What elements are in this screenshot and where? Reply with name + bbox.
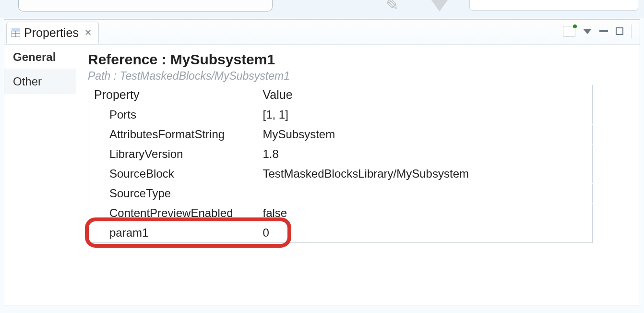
properties-icon (12, 28, 20, 37)
property-value: TestMaskedBlocksLibrary/MySubsystem (257, 164, 593, 184)
svg-rect-4 (12, 28, 20, 31)
property-value: 0 (257, 223, 593, 243)
view-menu-chevron[interactable] (583, 29, 592, 34)
view-tabbar: Properties ✕ (4, 20, 640, 45)
properties-sidebar: General Other (4, 45, 76, 305)
tab-properties[interactable]: Properties ✕ (6, 22, 99, 44)
property-value: MySubsystem (257, 125, 593, 144)
table-row[interactable]: Ports [1, 1] (88, 105, 593, 125)
table-row[interactable]: SourceBlock TestMaskedBlocksLibrary/MySu… (88, 164, 593, 184)
table-row[interactable]: SourceType (88, 184, 593, 204)
sidebar-item-label: Other (13, 75, 42, 88)
table-row[interactable]: AttributesFormatString MySubsystem (88, 125, 593, 144)
property-value (257, 184, 593, 204)
sidebar-item-other[interactable]: Other (4, 69, 76, 94)
minimize-button[interactable] (599, 30, 608, 32)
top-toolbar-fragment: ✎ (0, 0, 644, 18)
table-row[interactable]: LibraryVersion 1.8 (88, 144, 593, 164)
property-name: SourceType (88, 184, 257, 204)
properties-table: Property Value Ports [1, 1] AttributesFo… (88, 84, 593, 243)
sidebar-item-general[interactable]: General (4, 45, 76, 69)
property-value: [1, 1] (257, 105, 593, 125)
maximize-button[interactable] (616, 27, 623, 35)
edit-icon: ✎ (382, 0, 398, 15)
table-header-row: Property Value (88, 85, 593, 105)
table-row[interactable]: param1 0 (88, 223, 593, 243)
property-name: Ports (88, 105, 257, 125)
view-edge (631, 24, 634, 38)
reference-title: Reference : MySubsystem1 (88, 51, 628, 68)
down-arrow-icon (425, 0, 454, 12)
table-row[interactable]: ContentPreviewEnabled false (88, 204, 593, 223)
new-view-button[interactable] (563, 26, 575, 36)
col-value: Value (257, 85, 593, 105)
view-toolbar-right (563, 24, 634, 38)
tab-properties-label: Properties (24, 26, 79, 40)
property-name: SourceBlock (88, 164, 257, 184)
property-value: 1.8 (257, 144, 593, 164)
properties-content: Reference : MySubsystem1 Path : TestMask… (76, 45, 640, 305)
property-name: AttributesFormatString (88, 125, 257, 144)
property-name: LibraryVersion (88, 144, 257, 164)
property-value: false (257, 204, 593, 223)
sidebar-item-label: General (13, 50, 56, 63)
toolbar-slab-right (469, 0, 638, 11)
col-property: Property (88, 85, 257, 105)
properties-view: Properties ✕ General Other Reference : M… (4, 19, 640, 305)
property-name: ContentPreviewEnabled (88, 204, 257, 223)
close-icon[interactable]: ✕ (84, 27, 92, 38)
property-name: param1 (88, 223, 257, 243)
reference-path: Path : TestMaskedBlocks/MySubsystem1 (88, 70, 628, 83)
toolbar-slab-left (18, 0, 273, 12)
